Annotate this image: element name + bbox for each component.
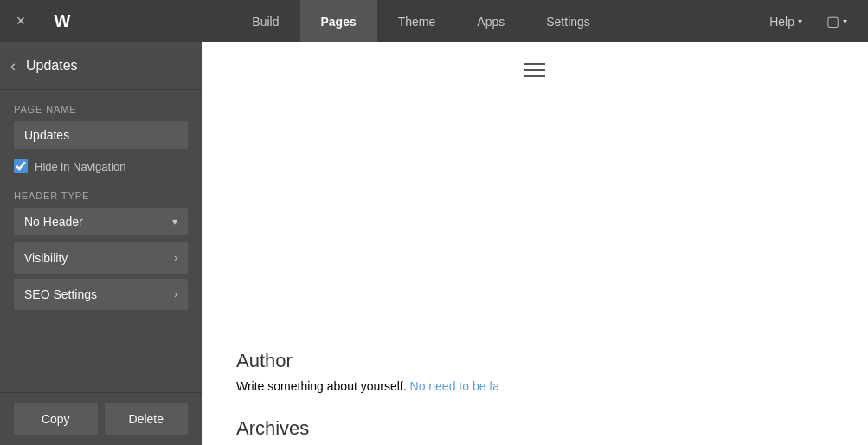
page-name-input[interactable] xyxy=(14,121,188,149)
sidebar: ‹ Updates PAGE NAME Hide in Navigation H… xyxy=(0,42,202,445)
author-text-plain: Write something about yourself. xyxy=(236,379,410,393)
help-menu[interactable]: Help ▾ xyxy=(759,0,813,42)
page-name-label: PAGE NAME xyxy=(14,104,188,114)
back-icon: ‹ xyxy=(10,57,16,74)
seo-settings-accordion[interactable]: SEO Settings › xyxy=(14,279,188,310)
archives-title: Archives xyxy=(236,417,309,440)
seo-settings-label: SEO Settings xyxy=(24,287,97,301)
nav-right: Help ▾ ▢ ▾ xyxy=(759,0,868,42)
nav-item-theme[interactable]: Theme xyxy=(377,0,457,42)
nav-item-apps[interactable]: Apps xyxy=(456,0,525,42)
display-icon: ▢ xyxy=(826,13,839,29)
hamburger-line-3 xyxy=(524,75,545,77)
back-button[interactable]: ‹ xyxy=(10,57,16,75)
author-title: Author xyxy=(236,350,868,372)
sidebar-content: PAGE NAME Hide in Navigation HEADER TYPE… xyxy=(0,90,202,392)
archives-section: Archives xyxy=(236,417,309,440)
header-type-value: No Header xyxy=(24,215,83,229)
header-type-label: HEADER TYPE xyxy=(14,190,188,201)
logo: W xyxy=(42,11,83,31)
nav-item-settings[interactable]: Settings xyxy=(525,0,611,42)
hamburger-menu-icon[interactable] xyxy=(524,63,545,77)
help-chevron-icon: ▾ xyxy=(798,16,802,26)
logo-icon: W xyxy=(55,11,71,31)
hamburger-line-2 xyxy=(524,69,545,71)
close-icon: × xyxy=(16,12,26,30)
header-type-dropdown[interactable]: No Header ▾ xyxy=(14,208,188,235)
hamburger-line-1 xyxy=(524,63,545,65)
seo-chevron-icon: › xyxy=(174,288,177,300)
delete-button[interactable]: Delete xyxy=(105,403,189,435)
preview-inner: Author Write something about yourself. N… xyxy=(202,42,868,445)
author-text-link: No need to be fa xyxy=(410,379,500,393)
preview-divider xyxy=(202,332,868,332)
nav-item-build[interactable]: Build xyxy=(231,0,299,42)
help-label: Help xyxy=(769,15,794,29)
author-text: Write something about yourself. No need … xyxy=(236,379,868,393)
display-menu[interactable]: ▢ ▾ xyxy=(816,0,858,42)
nav-item-pages[interactable]: Pages xyxy=(300,0,377,42)
sidebar-header: ‹ Updates xyxy=(0,42,202,90)
visibility-chevron-icon: › xyxy=(174,252,177,264)
copy-button[interactable]: Copy xyxy=(14,403,98,435)
hide-nav-row: Hide in Navigation xyxy=(14,159,188,173)
sidebar-title: Updates xyxy=(26,58,78,74)
author-section: Author Write something about yourself. N… xyxy=(236,350,868,393)
visibility-label: Visibility xyxy=(24,251,68,265)
top-navigation: × W Build Pages Theme Apps Settings Help… xyxy=(0,0,868,42)
visibility-accordion[interactable]: Visibility › xyxy=(14,242,188,274)
sidebar-footer: Copy Delete xyxy=(0,392,202,445)
main-area: ‹ Updates PAGE NAME Hide in Navigation H… xyxy=(0,42,868,445)
preview-area: Author Write something about yourself. N… xyxy=(202,42,868,445)
dropdown-chevron-icon: ▾ xyxy=(172,216,177,228)
nav-items: Build Pages Theme Apps Settings xyxy=(83,0,759,42)
close-button[interactable]: × xyxy=(0,12,42,30)
display-chevron-icon: ▾ xyxy=(843,16,847,26)
hide-nav-label: Hide in Navigation xyxy=(35,160,126,173)
hide-nav-checkbox[interactable] xyxy=(14,159,28,173)
